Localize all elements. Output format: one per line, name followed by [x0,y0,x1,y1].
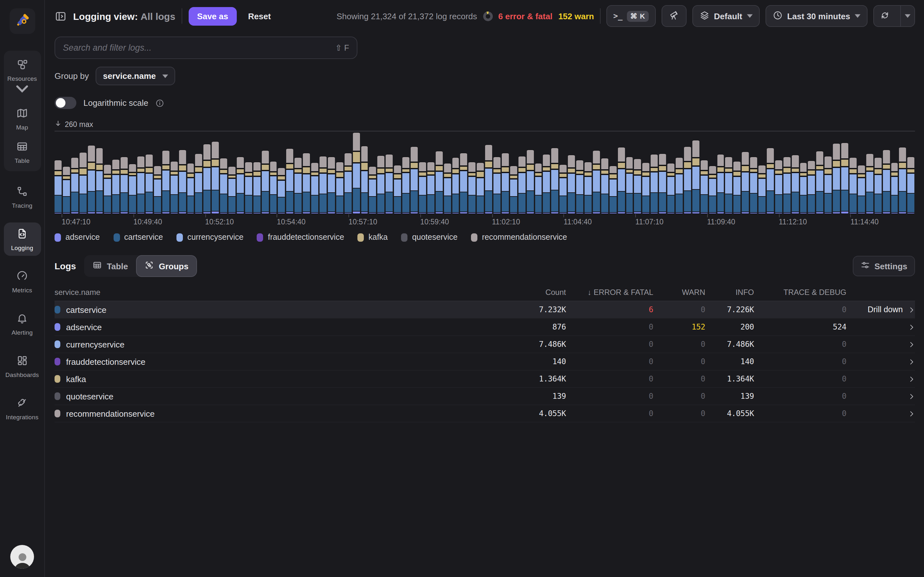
stacked-bar[interactable] [543,154,550,214]
stacked-bar[interactable] [87,145,95,214]
tab-table-view[interactable]: Table [84,255,136,277]
stacked-bar[interactable] [891,162,898,214]
stacked-bar[interactable] [634,158,641,214]
column-header-trace-debug[interactable]: TRACE & DEBUG [754,287,846,297]
chevron-right-icon[interactable] [908,306,915,313]
stacked-bar[interactable] [626,156,633,214]
stacked-bar[interactable] [734,161,741,214]
stacked-bar[interactable] [378,155,384,214]
stacked-bar[interactable] [808,160,815,214]
chevron-right-icon[interactable] [908,376,915,382]
stacked-bar[interactable] [96,147,103,214]
legend-item-frauddetectionservice[interactable]: frauddetectionservice [257,233,344,242]
stacked-bar[interactable] [104,164,111,214]
reset-button[interactable]: Reset [243,7,276,25]
legend-item-adservice[interactable]: adservice [55,233,100,242]
stacked-bar[interactable] [394,165,401,214]
stacked-bar[interactable] [278,167,285,214]
stacked-bar[interactable] [369,166,376,214]
chevron-right-icon[interactable] [908,341,915,348]
stacked-bar[interactable] [551,147,559,214]
column-header-error-fatal[interactable]: ↓ ERROR & FATAL [566,287,653,297]
stacked-bar[interactable] [651,154,658,214]
stacked-bar[interactable] [742,151,749,214]
sidebar-item-logging[interactable]: Logging [3,222,41,256]
stacked-bar[interactable] [204,143,211,214]
stacked-bar[interactable] [527,149,533,214]
stacked-bar[interactable] [535,163,542,214]
stacked-bar[interactable] [709,165,716,214]
sidebar-item-integrations[interactable]: Integrations [3,392,41,425]
stacked-bar[interactable] [162,150,170,214]
stacked-bar[interactable] [435,151,443,214]
stacked-bar[interactable] [187,163,194,214]
stacked-bar[interactable] [568,155,575,214]
row-action-cell[interactable] [846,376,915,382]
stacked-bar[interactable] [154,165,161,214]
stacked-bar[interactable] [817,151,824,214]
stacked-bar[interactable] [129,163,136,214]
stacked-bar[interactable] [858,165,865,214]
stacked-bar[interactable] [295,157,302,214]
stacked-bar[interactable] [237,156,244,214]
table-row-adservice[interactable]: adservice8760152200524 [55,319,915,336]
error-count-badge[interactable]: 6 error & fatal [498,11,552,21]
stacked-bar[interactable] [254,161,260,214]
stacked-bar[interactable] [262,150,268,214]
stacked-bar[interactable] [245,161,252,214]
explore-button[interactable] [661,5,686,27]
stacked-bar[interactable] [750,156,757,214]
chevron-right-icon[interactable] [908,324,915,330]
table-row-recommendationservice[interactable]: recommendationservice4.055K004.055K0 [55,405,915,422]
stacked-bar[interactable] [71,157,78,214]
stacked-bar[interactable] [908,156,915,214]
time-range-select[interactable]: Last 30 minutes [765,5,867,27]
legend-item-currencyservice[interactable]: currencyservice [176,233,244,242]
stacked-bar[interactable] [303,153,310,214]
stacked-bar[interactable] [460,153,467,214]
stacked-bar[interactable] [659,153,666,214]
stacked-bar[interactable] [121,156,128,214]
legend-item-cartservice[interactable]: cartservice [113,233,163,242]
info-icon[interactable] [155,98,164,107]
sidebar-item-resources[interactable]: Resources [3,53,41,102]
stacked-bar[interactable] [833,143,840,214]
stacked-bar[interactable] [725,156,732,214]
stacked-bar[interactable] [444,163,451,214]
stacked-bar[interactable] [676,157,683,214]
column-header-warn[interactable]: WARN [653,287,705,297]
stacked-bar[interactable] [684,146,691,214]
stacked-bar[interactable] [800,162,807,214]
app-logo[interactable] [9,8,35,34]
stacked-bar[interactable] [667,163,674,214]
stacked-bar[interactable] [320,156,326,214]
stacked-bar[interactable] [452,157,459,214]
sidebar-item-map[interactable]: Map [3,102,41,135]
stacked-bar[interactable] [137,156,144,214]
collapse-panel-icon[interactable] [55,10,67,22]
sidebar-item-table[interactable]: Table [3,135,41,169]
row-action-cell[interactable] [846,358,915,365]
stacked-bar[interactable] [717,154,724,214]
stacked-bar[interactable] [601,158,608,214]
column-header-service-name[interactable]: service.name [55,287,476,297]
row-action-cell[interactable] [846,341,915,348]
tab-groups-view[interactable]: Groups [136,255,197,277]
refresh-button[interactable] [874,6,896,26]
legend-item-recommendationservice[interactable]: recommendationservice [471,233,567,242]
stacked-bar[interactable] [850,157,857,214]
stacked-bar[interactable] [79,152,86,214]
search-input[interactable] [63,43,330,53]
stacked-bar[interactable] [866,153,873,214]
stacked-bar[interactable] [419,161,426,214]
stacked-bar[interactable] [145,154,153,214]
stacked-bar[interactable] [311,162,318,214]
stacked-bar[interactable] [692,140,699,214]
stacked-bar[interactable] [576,160,583,214]
stacked-bar[interactable] [560,164,567,214]
warn-count-badge[interactable]: 152 warn [558,11,594,21]
chevron-right-icon[interactable] [908,410,915,417]
table-row-quoteservice[interactable]: quoteservice139001390 [55,388,915,405]
stacked-bar[interactable] [328,156,335,214]
stacked-bar[interactable] [212,141,219,214]
